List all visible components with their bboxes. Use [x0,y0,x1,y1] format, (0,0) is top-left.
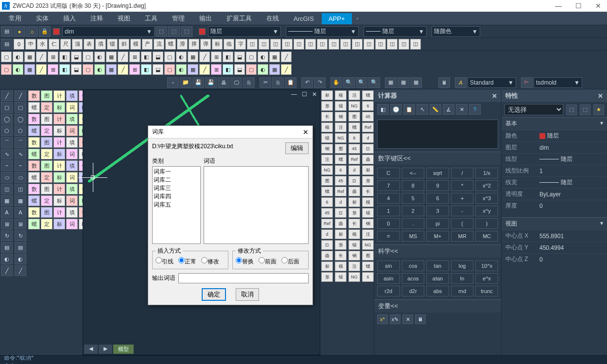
calc-sci-10^x[interactable]: 10^x [475,260,498,271]
draw-tool-icon[interactable]: ╱ [1,90,13,101]
print-icon[interactable]: 🖶 [218,77,229,88]
right-tool-icon[interactable]: 螺 [321,187,333,196]
props-basic-label[interactable]: 基本 [505,120,517,128]
dimstyle-combo[interactable]: tsdmold▼ [534,77,582,88]
draw-tool-icon[interactable]: A [15,207,26,218]
cjk-字[interactable]: 字 [235,39,246,50]
palette-icon[interactable]: ⊞ [48,52,58,62]
right-tool-icon[interactable]: 图 [335,144,347,154]
draw-tool-icon[interactable]: ⊞ [15,219,26,229]
grid-tool-icon[interactable]: 标 [53,172,65,183]
draw-tool-icon[interactable]: ◐ [1,254,13,264]
insert-radio[interactable]: 修改 [201,257,219,266]
right-tool-icon[interactable]: 注 [348,90,360,100]
category-listbox[interactable]: 词库一词库二词库三词库四词库五 [152,166,201,244]
cjk-螺[interactable]: 螺 [165,39,176,50]
lineweight-combo[interactable]: 随层▼ [364,26,427,37]
grid-tool-icon[interactable]: 计 [53,137,65,148]
right-tool-icon[interactable]: d [335,197,347,207]
draw-tool-icon[interactable]: ⬠ [1,125,13,136]
tool-icon[interactable]: ◫ [270,39,281,50]
calc-key-0[interactable]: 0 [377,218,400,229]
cjk-滑[interactable]: 滑 [177,39,188,50]
prop-row[interactable]: 透明度ByLayer [502,188,607,200]
doc-close-icon[interactable]: ✕ [312,91,317,98]
grid-tool-icon[interactable]: 填 [66,90,78,101]
cjk-仁[interactable]: 仁 [49,39,59,50]
var-edit-icon[interactable]: x✎ [390,314,400,324]
draw-tool-icon[interactable]: ⬭ [15,172,26,183]
tool-icon[interactable]: ◫ [340,39,351,50]
collapse-icon[interactable]: ▾ [600,120,603,128]
menu-常用[interactable]: 常用 [2,12,28,25]
right-tool-icon[interactable]: 标 [348,197,360,207]
tool-icon[interactable]: ◫ [317,39,328,50]
right-tool-icon[interactable]: 镶 [348,240,360,250]
calc-key-MS[interactable]: MS [402,231,425,242]
modify-radio[interactable]: 前面 [259,257,277,266]
right-tool-icon[interactable]: 模 [362,197,374,207]
right-tool-icon[interactable]: Ref [321,219,333,228]
collapse-icon[interactable]: ▾ [600,220,603,228]
calc-sci-tan[interactable]: tan [426,260,449,271]
grid-tool-icon[interactable]: 词 [66,219,78,229]
grid-tool-icon[interactable]: 词 [66,125,78,136]
palette-icon[interactable]: ⬓ [234,64,245,75]
right-tool-icon[interactable]: 模 [321,122,333,132]
grid-tool-icon[interactable]: 计 [53,184,65,194]
palette-icon[interactable]: ╱ [118,52,128,62]
palette-icon[interactable]: ▦ [106,52,117,62]
bulb-icon[interactable]: ● [14,26,25,37]
cjk-toggle-icon[interactable]: ▤ [1,39,13,50]
palette-icon[interactable]: ◐ [94,52,105,62]
calc-sci-trunc[interactable]: trunc [475,286,498,296]
props-view-label[interactable]: 视图 [505,220,517,228]
draw-tool-icon[interactable]: ~ [1,160,13,171]
calc-sci-d2r[interactable]: d2r [402,286,425,296]
right-tool-icon[interactable]: 形 [321,101,333,111]
calc-paste-icon[interactable]: 📋 [403,104,415,115]
draw-tool-icon[interactable]: ╱ [15,90,26,101]
grid-tool-icon[interactable]: 数 [28,160,40,171]
preview-icon[interactable]: 🖵 [230,77,242,88]
draw-tool-icon[interactable]: ▦ [1,195,13,206]
right-tool-icon[interactable]: 形 [348,208,360,218]
palette-icon[interactable]: ▢ [246,52,257,62]
minimize-button[interactable]: — [555,2,562,10]
props-filter-icon[interactable]: ★ [593,104,604,115]
tool-icon[interactable]: ◫ [282,39,293,50]
props-select[interactable]: 无选择 [504,104,563,115]
cancel-button[interactable]: 取消 [236,288,259,301]
calc-key-([interactable]: ( [451,218,474,229]
props-icon[interactable]: ▦ [385,77,397,88]
right-tool-icon[interactable]: NG [348,272,360,282]
calc-help-icon[interactable]: ? [469,104,481,115]
palette-icon[interactable]: ◐ [94,64,105,75]
palette-icon[interactable]: ◧ [223,64,233,75]
draw-tool-icon[interactable]: ⬠ [15,125,26,136]
calc-sci-ln[interactable]: ln [451,273,474,284]
right-tool-icon[interactable]: 形 [321,272,333,282]
var-new-icon[interactable]: x* [377,314,388,324]
phrase-listbox[interactable] [204,166,309,244]
sun-icon[interactable]: ☼ [26,26,38,37]
draw-tool-icon[interactable]: ◯ [1,114,13,124]
tool-icon[interactable]: ◫ [364,39,374,50]
grid-tool-icon[interactable]: 标 [53,149,65,159]
right-tool-icon[interactable]: 注 [348,261,360,271]
undo-icon[interactable]: ↶ [301,77,313,88]
right-tool-icon[interactable]: d [348,165,360,175]
right-tool-icon[interactable]: 模 [348,229,360,239]
right-tool-icon[interactable]: 钢 [335,112,347,121]
calc-measure-icon[interactable]: 📏 [430,104,441,115]
right-tool-icon[interactable]: 螺 [348,122,360,132]
palette-icon[interactable]: ⊞ [211,64,222,75]
grid-tool-icon[interactable]: 标 [53,125,65,136]
palette-icon[interactable]: ◧ [59,52,70,62]
calc-key-pi[interactable]: pi [426,218,449,229]
category-item[interactable]: 词库一 [154,168,199,176]
calc-numpad-header[interactable]: 数字键区<< [374,152,501,165]
right-tool-icon[interactable]: Ref [362,122,374,132]
right-tool-icon[interactable]: 长 [321,112,333,121]
palette-icon[interactable]: ╱ [36,52,47,62]
